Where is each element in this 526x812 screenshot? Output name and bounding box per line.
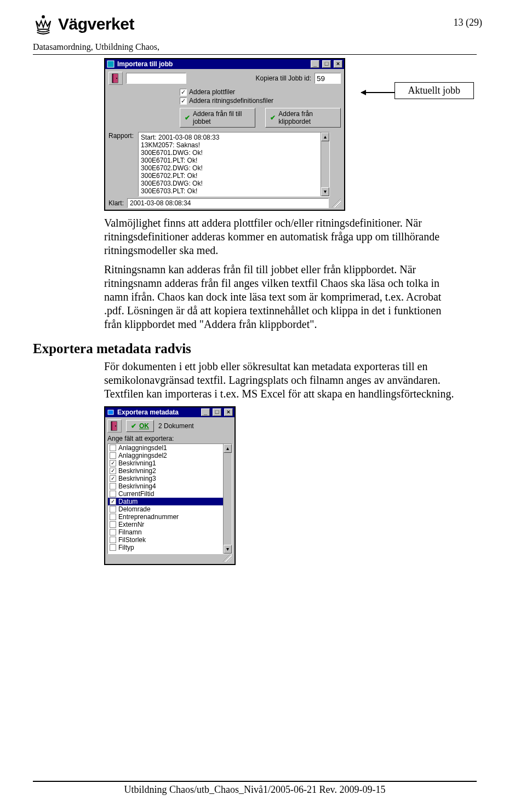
add-from-clipboard-button[interactable]: ✔ Addera från klippbordet (265, 108, 341, 128)
resize-grip-icon[interactable] (223, 553, 232, 562)
list-item-checkbox[interactable] (110, 506, 116, 512)
list-item[interactable]: Entreprenadnummer (108, 513, 232, 521)
add-defs-label: Addera ritningsdefinitionsfiler (189, 97, 273, 105)
list-item[interactable]: ✓Beskrivning1 (108, 459, 232, 467)
report-line: 300E6702.DWG: Ok! (141, 164, 327, 172)
resize-grip-icon[interactable] (332, 199, 341, 208)
app-icon (107, 408, 115, 416)
list-item-label: CurrentFiltid (118, 490, 154, 498)
list-item-label: ExternNr (118, 521, 144, 528)
list-item[interactable]: FilStorlek (108, 536, 232, 544)
scroll-down-icon[interactable]: ▾ (321, 187, 329, 196)
scroll-up-icon[interactable]: ▴ (224, 444, 232, 453)
add-from-file-button[interactable]: ✔ Addera från fil till jobbet (180, 108, 255, 128)
callout-arrow-icon (361, 92, 397, 93)
footer-text: Utbildning Chaos/utb_Chaos_Nivå1/2005-06… (33, 784, 477, 796)
check-icon: ✔ (270, 114, 276, 122)
list-item-checkbox[interactable]: ✓ (110, 475, 116, 482)
list-item[interactable]: Anlaggningsdel2 (108, 452, 232, 459)
list-item-checkbox[interactable] (110, 529, 116, 535)
report-line: 300E6702.PLT: Ok! (141, 172, 327, 180)
list-item-checkbox[interactable]: ✓ (110, 468, 116, 474)
close-button[interactable]: × (224, 408, 233, 416)
list-item-label: Beskrivning2 (118, 467, 156, 475)
header-rule (33, 54, 477, 55)
list-item-label: Delomrade (118, 505, 151, 513)
exit-door-button[interactable] (107, 419, 122, 433)
add-defs-checkbox[interactable]: ✓ (180, 97, 187, 105)
scroll-up-icon[interactable]: ▴ (321, 133, 329, 141)
app-icon (107, 60, 115, 68)
list-item[interactable]: Delomrade (108, 505, 232, 513)
status-label: Klart: (108, 199, 124, 207)
paragraph-3: För dokumenten i ett jobb eller sökresul… (104, 360, 455, 401)
path-input[interactable] (126, 73, 186, 84)
list-item[interactable]: Anlaggningsdel1 (108, 444, 232, 452)
list-item-checkbox[interactable] (110, 491, 116, 497)
add-from-clipboard-label: Addera från klippbordet (278, 110, 336, 125)
close-button[interactable]: × (334, 60, 342, 68)
svg-point-4 (116, 78, 117, 79)
list-item-checkbox[interactable] (110, 452, 116, 459)
list-item[interactable]: Filtyp (108, 544, 232, 551)
vagverket-crown-icon (33, 14, 54, 34)
export-window: Exportera metadata _ □ × ✔ OK 2 Dokument… (104, 406, 236, 565)
report-line: Start: 2001-03-08 08:08:33 (141, 134, 327, 141)
jobid-label: Kopiera till Jobb id: (256, 74, 311, 82)
maximize-button[interactable]: □ (213, 408, 221, 416)
list-item-label: Beskrivning4 (118, 482, 156, 490)
list-item-checkbox[interactable] (110, 537, 116, 543)
ok-button[interactable]: ✔ OK (126, 420, 154, 432)
list-item-checkbox[interactable] (110, 544, 116, 551)
list-item[interactable]: ✓Datum (108, 498, 232, 505)
report-line: 300E6701.DWG: Ok! (141, 149, 327, 157)
import-window-titlebar[interactable]: Importera till jobb _ □ × (105, 59, 344, 69)
import-window-title: Importera till jobb (117, 60, 308, 68)
list-item-label: FilStorlek (118, 536, 146, 544)
minimize-button[interactable]: _ (201, 408, 210, 416)
add-plotfiles-checkbox[interactable]: ✓ (180, 89, 187, 96)
import-window: Importera till jobb _ □ × Kopiera till J… (104, 58, 345, 211)
list-item[interactable]: ✓Beskrivning2 (108, 467, 232, 475)
list-item-label: Datum (118, 498, 138, 505)
page-number: 13 (29) (454, 17, 483, 28)
list-item[interactable]: CurrentFiltid (108, 490, 232, 498)
list-item-label: Filnamn (118, 528, 142, 536)
check-icon: ✔ (131, 422, 136, 430)
page-header: Vägverket 13 (29) (33, 14, 477, 34)
callout-label: Aktuellt jobb (395, 82, 474, 99)
exit-door-button[interactable] (108, 72, 123, 85)
field-listbox[interactable]: Anlaggningsdel1Anlaggningsdel2✓Beskrivni… (107, 444, 232, 554)
list-item-checkbox[interactable]: ✓ (110, 498, 116, 505)
svg-rect-5 (108, 410, 113, 414)
list-item-checkbox[interactable] (110, 483, 116, 489)
list-item-checkbox[interactable] (110, 521, 116, 528)
list-item-checkbox[interactable] (110, 445, 116, 451)
report-line: 300E6703.PLT: Ok! (141, 187, 327, 195)
svg-point-8 (115, 425, 116, 427)
report-textarea[interactable]: Start: 2001-03-08 08:08:3313KM2057: Sakn… (138, 132, 330, 197)
list-item[interactable]: Filnamn (108, 528, 232, 536)
field-list-label: Ange fält att exportera: (107, 435, 232, 442)
list-item-checkbox[interactable]: ✓ (110, 460, 116, 467)
list-item[interactable]: ExternNr (108, 521, 232, 528)
list-item[interactable]: ✓Beskrivning3 (108, 475, 232, 482)
report-label: Rapport: (108, 132, 134, 140)
logo-block: Vägverket (33, 14, 134, 34)
list-item-label: Beskrivning1 (118, 459, 156, 467)
jobid-input[interactable] (315, 73, 341, 84)
maximize-button[interactable]: □ (322, 60, 331, 68)
list-item-label: Entreprenadnummer (118, 513, 179, 521)
report-scrollbar[interactable]: ▴ ▾ (321, 133, 329, 196)
scroll-down-icon[interactable]: ▾ (224, 545, 232, 554)
list-item-label: Anlaggningsdel2 (118, 452, 167, 459)
minimize-button[interactable]: _ (311, 60, 319, 68)
listbox-scrollbar[interactable]: ▴ ▾ (223, 444, 232, 554)
report-line: 300E6703.DWG: Ok! (141, 180, 327, 187)
svg-point-0 (42, 15, 45, 19)
list-item[interactable]: Beskrivning4 (108, 482, 232, 490)
report-line: 13KM2057: Saknas! (141, 141, 327, 149)
list-item-label: Beskrivning3 (118, 475, 156, 482)
list-item-checkbox[interactable] (110, 514, 116, 520)
export-window-titlebar[interactable]: Exportera metadata _ □ × (105, 407, 235, 417)
